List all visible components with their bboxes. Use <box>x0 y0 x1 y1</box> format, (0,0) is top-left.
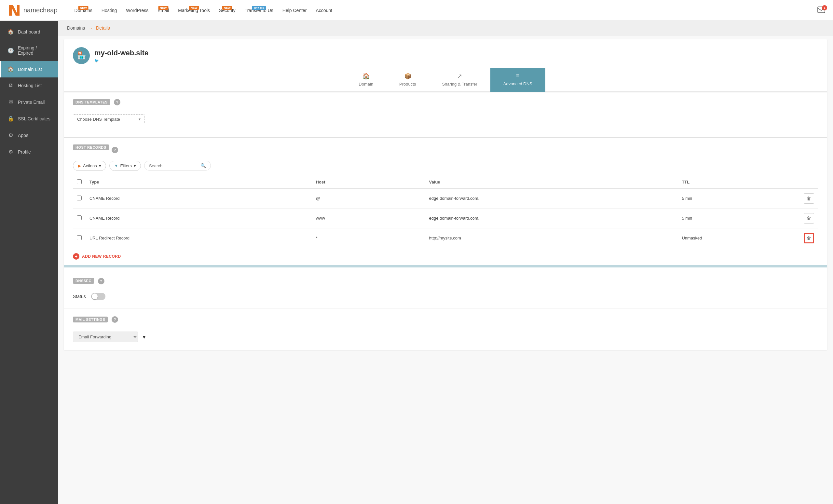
tab-domain[interactable]: 🏠 Domain <box>346 68 386 92</box>
nav-item-email[interactable]: NEWEmail <box>153 5 173 16</box>
host-header: Host <box>312 176 425 189</box>
nav-item-transfer-to-us[interactable]: TRY METransfer to Us <box>241 5 277 16</box>
host-records-help[interactable]: ? <box>112 147 118 153</box>
mail-settings-row: Email Forwarding ▼ <box>73 332 818 342</box>
dnssec-section: DNSSEC ? Status <box>64 270 827 308</box>
delete-record-button-1[interactable]: 🗑 <box>804 213 814 223</box>
row-action: 🗑 <box>800 208 818 228</box>
row-type: CNAME Record <box>86 208 312 228</box>
sidebar-item-hosting-list[interactable]: 🖥 Hosting List <box>0 77 58 94</box>
dns-select-wrap: Choose DNS TemplateWordPressShopifyG Sui… <box>73 114 144 124</box>
row-host: * <box>312 228 425 248</box>
sidebar-label: Expiring / Expired <box>18 45 51 56</box>
dnssec-help[interactable]: ? <box>98 278 104 284</box>
row-type: CNAME Record <box>86 188 312 208</box>
sidebar-item-ssl-certificates[interactable]: 🔒 SSL Certificates <box>0 110 58 127</box>
domain-tabs: 🏠 Domain 📦 Products ↗ Sharing & Transfer… <box>64 68 827 92</box>
main-content: Domains → Details 🏪 my-old-web.site 🐦 <box>58 21 833 504</box>
dns-template-select[interactable]: Choose DNS TemplateWordPressShopifyG Sui… <box>73 114 144 124</box>
domain-badge: 🐦 <box>94 58 99 63</box>
row-checkbox-cell <box>73 228 86 248</box>
top-navigation: namecheap NEWDomainsHostingWordPressNEWE… <box>0 0 833 21</box>
tab-products[interactable]: 📦 Products <box>386 68 429 92</box>
nav-item-wordpress[interactable]: WordPress <box>122 5 152 16</box>
nav-item-marketing-tools[interactable]: NEWMarketing Tools <box>174 5 214 16</box>
row-value: http://mysite.com <box>425 228 678 248</box>
row-checkbox-2[interactable] <box>77 235 82 240</box>
value-header: Value <box>425 176 678 189</box>
logo-link[interactable]: namecheap <box>8 4 57 17</box>
filter-icon: ▼ <box>114 163 118 168</box>
sidebar-item-expiring-expired[interactable]: 🕐 Expiring / Expired <box>0 40 58 61</box>
sidebar-icon: 🔒 <box>7 116 14 122</box>
table-row: CNAME Record www edge.domain-forward.com… <box>73 208 818 228</box>
delete-record-button-0[interactable]: 🗑 <box>804 193 814 204</box>
row-checkbox-cell <box>73 188 86 208</box>
sidebar-icon: ⚙ <box>7 132 14 138</box>
sidebar-icon: ✉ <box>7 99 14 105</box>
mail-dropdown-arrow: ▼ <box>142 335 146 340</box>
nav-item-hosting[interactable]: Hosting <box>98 5 121 16</box>
nav-item-account[interactable]: Account <box>312 5 336 16</box>
row-action: 🗑 <box>800 188 818 208</box>
dns-template-row: Choose DNS TemplateWordPressShopifyG Sui… <box>73 110 818 131</box>
email-forwarding-select[interactable]: Email Forwarding <box>73 332 138 342</box>
dnssec-row: Status <box>73 293 818 300</box>
row-checkbox-0[interactable] <box>77 195 82 200</box>
sidebar-icon: ⚙ <box>7 149 14 155</box>
sidebar-item-private-email[interactable]: ✉ Private Email <box>0 94 58 110</box>
actions-label: Actions <box>83 163 97 168</box>
domain-info: my-old-web.site 🐦 <box>94 49 148 63</box>
breadcrumb-parent[interactable]: Domains <box>67 25 85 30</box>
nav-item-domains[interactable]: NEWDomains <box>71 5 96 16</box>
filters-button[interactable]: ▼ Filters ▾ <box>109 161 141 171</box>
tab-sharing-transfer[interactable]: ↗ Sharing & Transfer <box>429 68 490 92</box>
domain-badges: 🐦 <box>94 58 148 63</box>
sidebar-item-profile[interactable]: ⚙ Profile <box>0 143 58 160</box>
tab-advanced-dns[interactable]: ≡ Advanced DNS <box>490 68 545 92</box>
domain-name: my-old-web.site <box>94 49 148 57</box>
tab-icon: ↗ <box>457 73 462 80</box>
select-all-header <box>73 176 86 189</box>
sidebar-label: Profile <box>18 149 31 154</box>
sidebar-item-domain-list[interactable]: 🏠 Domain List <box>0 61 58 77</box>
breadcrumb-arrow: → <box>88 25 93 30</box>
row-value: edge.domain-forward.com. <box>425 208 678 228</box>
add-record-label: ADD NEW RECORD <box>82 254 121 259</box>
host-records-section: HOST RECORDS ? ▶ Actions ▾ ▼ Filters ▾ <box>64 138 827 248</box>
type-header: Type <box>86 176 312 189</box>
delete-record-button-2[interactable]: 🗑 <box>804 233 814 243</box>
nav-item-help-center[interactable]: Help Center <box>279 5 311 16</box>
add-icon: + <box>73 253 79 260</box>
sidebar-item-dashboard[interactable]: 🏠 Dashboard <box>0 23 58 40</box>
sidebar-label: Private Email <box>18 100 45 105</box>
domain-icon-emoji: 🏪 <box>77 51 86 60</box>
toggle-knob <box>92 293 98 299</box>
mail-settings-help[interactable]: ? <box>112 316 118 323</box>
row-checkbox-cell <box>73 208 86 228</box>
select-all-checkbox[interactable] <box>77 179 82 184</box>
row-host: www <box>312 208 425 228</box>
dnssec-toggle[interactable] <box>91 293 105 300</box>
add-new-record-button[interactable]: + ADD NEW RECORD <box>73 253 121 260</box>
row-action: 🗑 <box>800 228 818 248</box>
filters-label: Filters <box>120 163 132 168</box>
actions-button[interactable]: ▶ Actions ▾ <box>73 161 106 171</box>
sidebar: 🏠 Dashboard 🕐 Expiring / Expired 🏠 Domai… <box>0 21 58 504</box>
row-value: edge.domain-forward.com. <box>425 188 678 208</box>
sidebar-item-apps[interactable]: ⚙ Apps <box>0 127 58 143</box>
dnssec-label: DNSSEC <box>73 278 94 284</box>
domain-header: 🏪 my-old-web.site 🐦 <box>64 39 827 68</box>
mail-icon-button[interactable]: 1 <box>817 6 825 14</box>
row-host: @ <box>312 188 425 208</box>
filters-chevron: ▾ <box>134 163 136 168</box>
mail-settings-section: MAIL SETTINGS ? Email Forwarding ▼ <box>64 308 827 350</box>
breadcrumb: Domains → Details <box>58 21 833 35</box>
dns-templates-help[interactable]: ? <box>114 99 120 105</box>
tab-label: Sharing & Transfer <box>442 82 477 87</box>
row-checkbox-1[interactable] <box>77 215 82 220</box>
nav-item-security[interactable]: NEWSecurity <box>215 5 239 16</box>
search-input[interactable] <box>149 163 198 168</box>
table-row: URL Redirect Record * http://mysite.com … <box>73 228 818 248</box>
row-ttl: Unmasked <box>678 228 800 248</box>
